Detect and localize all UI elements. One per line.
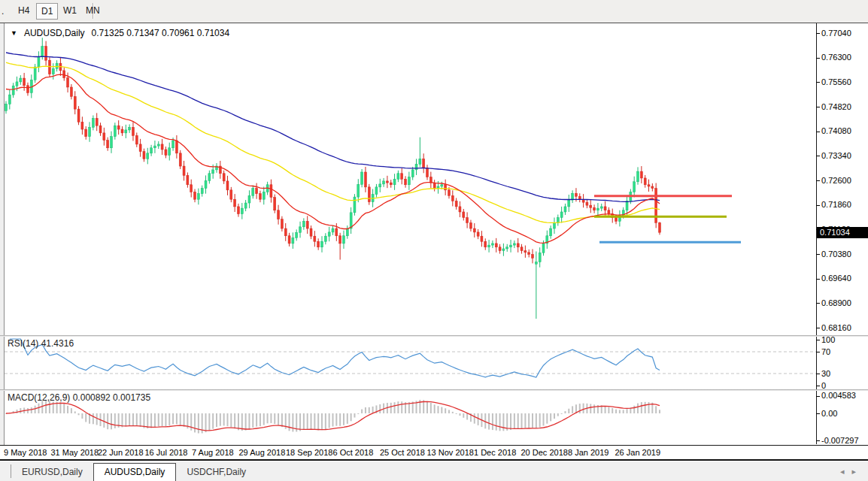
bear-candle-body — [270, 185, 272, 198]
macd-bar — [299, 413, 301, 431]
bear-candle-body — [466, 217, 469, 222]
mt4-window: . H4D1W1MN ▼ AUDUSD,Daily 0.71325 0.7134… — [0, 0, 868, 481]
price-tick-label: 0.73340 — [821, 151, 866, 160]
macd-bar — [267, 413, 269, 423]
bear-candle-body — [426, 168, 429, 177]
macd-bar — [168, 413, 170, 425]
bear-candle-body — [259, 194, 261, 200]
timeframe-button-w1[interactable]: W1 — [59, 3, 81, 18]
bull-candle-body — [125, 130, 127, 133]
macd-bar — [655, 406, 657, 413]
macd-bar — [303, 413, 305, 430]
bear-candle-body — [640, 171, 642, 178]
macd-bar — [351, 413, 352, 421]
bear-candle-body — [339, 236, 341, 244]
price-tick-label: 0.71860 — [821, 200, 866, 209]
rsi-canvas[interactable] — [5, 337, 816, 389]
macd-bar — [401, 401, 402, 413]
bear-candle-body — [335, 228, 338, 236]
bear-candle-body — [77, 109, 80, 122]
timeframe-button-d1[interactable]: D1 — [36, 3, 58, 20]
bull-candle-body — [172, 141, 175, 148]
bull-candle-body — [252, 189, 254, 196]
main-chart-canvas[interactable] — [5, 23, 816, 335]
macd-bar — [550, 413, 551, 421]
macd-bar — [499, 413, 501, 431]
macd-bar — [645, 402, 646, 413]
bear-candle-body — [306, 221, 308, 228]
bear-candle-body — [278, 210, 280, 219]
bull-candle-body — [205, 180, 207, 188]
timeframe-button-mn[interactable]: MN — [81, 3, 105, 18]
macd-bar — [627, 409, 628, 413]
bear-candle-body — [284, 228, 287, 236]
bull-candle-body — [5, 104, 8, 110]
price-tick-mark — [816, 58, 820, 59]
date-label: 20 Dec 2018 — [521, 448, 568, 457]
bull-candle-body — [41, 47, 44, 57]
macd-bar — [103, 413, 105, 428]
macd-bar — [38, 404, 39, 413]
date-label: 29 Aug 2018 — [239, 448, 286, 457]
price-tick-mark — [816, 279, 820, 280]
bear-candle-body — [161, 144, 163, 150]
tab-scroll-left-arrow[interactable]: ◂ — [840, 467, 852, 476]
bull-candle-body — [111, 137, 113, 148]
macd-bar — [132, 413, 134, 425]
macd-bar — [347, 413, 348, 424]
bear-candle-body — [288, 236, 290, 244]
price-tick-label: 0.72600 — [821, 176, 866, 185]
macd-bar — [365, 407, 366, 413]
price-tick-mark — [816, 303, 820, 304]
bull-candle-body — [321, 241, 323, 247]
macd-bar — [238, 413, 239, 430]
bear-candle-body — [423, 159, 425, 168]
bull-candle-body — [488, 245, 490, 247]
bull-candle-body — [8, 95, 11, 104]
symbol-dropdown-icon[interactable]: ▼ — [11, 29, 17, 37]
bear-candle-body — [274, 198, 276, 210]
bear-candle-body — [226, 181, 229, 190]
macd-bar — [256, 413, 257, 427]
macd-bar — [459, 413, 460, 416]
tab-eurusd-daily[interactable]: EURUSD,Daily — [11, 464, 93, 479]
macd-bar — [245, 413, 247, 431]
date-axis[interactable]: 9 May 201831 May 201822 Jun 201816 Jul 2… — [0, 445, 868, 460]
bear-candle-body — [230, 190, 232, 199]
rsi-tick-mark — [816, 352, 820, 352]
tab-audusd-daily[interactable]: AUDUSD,Daily — [93, 463, 177, 481]
macd-bar — [583, 404, 584, 413]
macd-bar — [524, 413, 526, 428]
price-tick-mark — [816, 180, 820, 181]
timeframe-button-h4[interactable]: H4 — [14, 3, 34, 18]
bull-candle-body — [342, 236, 344, 244]
bull-candle-body — [248, 195, 250, 203]
tab-scroll-right-arrow[interactable]: ▸ — [851, 467, 863, 476]
price-tick-label: 0.75560 — [821, 77, 866, 86]
bull-candle-body — [596, 208, 599, 210]
chart-title[interactable]: ▼ AUDUSD,Daily 0.71325 0.71347 0.70961 0… — [11, 28, 229, 38]
ma-slow-line[interactable] — [6, 53, 660, 201]
tab-bar-notch — [0, 464, 11, 478]
macd-bar — [394, 402, 396, 413]
price-tick-label: 0.69640 — [821, 274, 866, 283]
bear-candle-body — [234, 199, 236, 207]
macd-bar — [615, 410, 617, 413]
price-tick-mark — [816, 107, 820, 107]
bull-candle-body — [153, 146, 156, 148]
bull-candle-body — [89, 127, 91, 136]
bull-candle-body — [550, 228, 552, 236]
macd-bar — [307, 413, 308, 429]
macd-bar — [317, 413, 319, 430]
bull-candle-body — [212, 170, 214, 174]
macd-bar — [27, 408, 29, 413]
bull-candle-body — [244, 203, 247, 208]
bear-candle-body — [165, 150, 167, 156]
macd-bar — [71, 408, 72, 413]
bull-candle-body — [375, 187, 378, 195]
price-tick-mark — [816, 82, 820, 83]
symbol-name: AUDUSD,Daily — [24, 28, 85, 38]
tab-usdchf-daily[interactable]: USDCHF,Daily — [176, 464, 256, 479]
candles-group — [5, 38, 661, 319]
bear-candle-body — [604, 207, 606, 210]
